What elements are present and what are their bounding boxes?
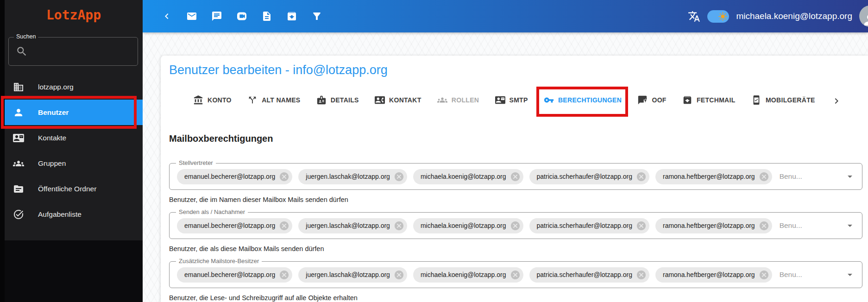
chip-label: emanuel.becherer@lotzapp.org	[184, 173, 275, 180]
sidebar-item-oeffentliche-ordner[interactable]: Öffentliche Ordner	[0, 176, 143, 201]
permission-fields: Stellvertreteremanuel.becherer@lotzapp.o…	[169, 163, 862, 302]
search-label: Suchen	[14, 33, 38, 40]
chevron-right-icon	[831, 95, 842, 107]
tab-smtp[interactable]: SMTP	[495, 86, 528, 116]
chip-remove-icon[interactable]	[279, 220, 289, 231]
recipient-chip[interactable]: emanuel.becherer@lotzapp.org	[177, 169, 292, 184]
tabs-overflow-button[interactable]	[831, 86, 842, 116]
chip-remove-icon[interactable]	[636, 270, 647, 280]
sidebar-item-lotzapp-org[interactable]: lotzapp.org	[0, 74, 143, 100]
tab-alt-names[interactable]: ALT NAMES	[247, 86, 300, 116]
search-field[interactable]: Suchen	[8, 37, 138, 66]
document-icon	[261, 11, 272, 22]
field-helper-text: Benutzer, die im Namen dieser Mailbox Ma…	[169, 196, 862, 203]
tab-oof[interactable]: OOF	[637, 86, 666, 116]
recipient-chip[interactable]: emanuel.becherer@lotzapp.org	[177, 218, 292, 233]
video-call-button[interactable]	[236, 11, 247, 22]
contact-mail-icon	[495, 95, 505, 105]
dropdown-caret-icon[interactable]	[844, 220, 855, 231]
chevron-left-icon	[161, 11, 172, 22]
chip-remove-icon[interactable]	[510, 171, 521, 182]
recipient-chip[interactable]: patricia.scherhaufer@lotzapp.org	[529, 218, 649, 233]
app-root: { "colors": { "accent_blue": "#2196f3", …	[0, 0, 868, 302]
recipient-chip[interactable]: michaela.koenig@lotzapp.org	[413, 169, 523, 184]
sidebar-item-label: Öffentliche Ordner	[38, 185, 96, 193]
tab-berechtigungen[interactable]: BERECHTIGUNGEN	[544, 86, 622, 116]
archive-button[interactable]	[286, 11, 297, 22]
user-avatar[interactable]	[859, 6, 868, 27]
chip-remove-icon[interactable]	[636, 220, 647, 231]
tab-details[interactable]: DETAILS	[316, 86, 359, 116]
quickreply-icon	[637, 95, 648, 105]
chip-input-box[interactable]: Zusätzliche Mailstore-Besitzeremanuel.be…	[169, 261, 862, 288]
filter-button[interactable]	[311, 11, 322, 22]
sidebar-item-gruppen[interactable]: Gruppen	[0, 151, 143, 176]
recipient-chip[interactable]: juergen.laschak@lotzapp.org	[298, 218, 407, 233]
chip-input-box[interactable]: Stellvertreteremanuel.becherer@lotzapp.o…	[169, 163, 862, 190]
call-split-icon	[247, 95, 258, 105]
chip-remove-icon[interactable]	[510, 220, 521, 231]
recipient-chip[interactable]: ramona.heftberger@lotzapp.org	[655, 267, 772, 283]
recipient-chip[interactable]: michaela.koenig@lotzapp.org	[413, 218, 523, 233]
chip-label: michaela.koenig@lotzapp.org	[421, 222, 506, 229]
translate-button[interactable]	[688, 10, 700, 23]
tab-konto[interactable]: KONTO	[193, 86, 232, 116]
chip-input-placeholder[interactable]: Benu...	[780, 221, 802, 230]
groups-icon	[13, 158, 24, 169]
chip-input-placeholder[interactable]: Benu...	[780, 271, 802, 279]
chip-remove-icon[interactable]	[394, 270, 404, 280]
recipient-chip[interactable]: juergen.laschak@lotzapp.org	[298, 267, 407, 283]
chip-label: emanuel.becherer@lotzapp.org	[184, 222, 275, 229]
chip-remove-icon[interactable]	[759, 270, 769, 280]
recipient-chip[interactable]: patricia.scherhaufer@lotzapp.org	[529, 267, 649, 283]
chip-remove-icon[interactable]	[759, 220, 769, 231]
chip-remove-icon[interactable]	[510, 270, 521, 280]
recipient-chip[interactable]: emanuel.becherer@lotzapp.org	[177, 267, 292, 283]
field-label: Zusätzliche Mailstore-Besitzer	[176, 258, 262, 264]
chip-remove-icon[interactable]	[636, 171, 647, 182]
chip-remove-icon[interactable]	[759, 171, 769, 182]
back-button[interactable]	[161, 11, 172, 22]
recipient-chip[interactable]: patricia.scherhaufer@lotzapp.org	[529, 169, 649, 184]
notes-button[interactable]	[261, 11, 272, 22]
bank-icon	[193, 95, 203, 105]
contact-mail-icon	[13, 132, 24, 144]
chip-label: ramona.heftberger@lotzapp.org	[663, 271, 755, 278]
sidebar-item-benutzer[interactable]: Benutzer	[0, 100, 143, 125]
badge-icon	[316, 95, 327, 105]
chip-remove-icon[interactable]	[279, 171, 289, 182]
dropdown-caret-icon[interactable]	[844, 171, 855, 182]
chip-input-placeholder[interactable]: Benu...	[780, 172, 802, 181]
recipient-chip[interactable]: juergen.laschak@lotzapp.org	[298, 169, 407, 184]
recipient-chip[interactable]: ramona.heftberger@lotzapp.org	[655, 218, 772, 233]
field-helper-text: Benutzer, die Lese- und Schreibzugriff a…	[169, 294, 862, 302]
tab-fetchmail[interactable]: FETCHMAIL	[682, 86, 736, 116]
phone-check-icon	[751, 95, 761, 105]
task-icon	[13, 209, 24, 220]
dropdown-caret-icon[interactable]	[844, 269, 855, 280]
tab-kontakt[interactable]: KONTAKT	[375, 86, 421, 116]
recipient-chip[interactable]: michaela.koenig@lotzapp.org	[413, 267, 523, 283]
chat-button[interactable]	[211, 11, 222, 22]
sidebar-item-kontakte[interactable]: Kontakte	[0, 125, 143, 151]
chip-input-box[interactable]: Senden als / Nachahmeremanuel.becherer@l…	[169, 212, 862, 239]
chip-remove-icon[interactable]	[394, 220, 404, 231]
theme-toggle[interactable]	[707, 10, 729, 23]
chip-remove-icon[interactable]	[279, 270, 289, 280]
sidebar-item-aufgabenliste[interactable]: Aufgabenliste	[0, 201, 143, 227]
recipient-chip[interactable]: ramona.heftberger@lotzapp.org	[655, 169, 772, 184]
translate-icon	[688, 10, 700, 23]
tab-label: KONTAKT	[389, 96, 421, 104]
archive-icon	[286, 11, 297, 22]
mail-icon	[186, 11, 197, 22]
contact-phone-icon	[375, 95, 385, 105]
search-input[interactable]	[33, 43, 133, 60]
search-icon	[16, 45, 28, 57]
field-helper-text: Benutzer, die als diese Mailbox Mails se…	[169, 245, 862, 252]
tab-mobilgeraete[interactable]: MOBILGERÄTE	[751, 86, 815, 116]
mail-button[interactable]	[186, 11, 197, 22]
chip-remove-icon[interactable]	[394, 171, 404, 182]
chip-label: michaela.koenig@lotzapp.org	[421, 173, 506, 180]
chip-list: emanuel.becherer@lotzapp.orgjuergen.lasc…	[177, 218, 844, 233]
filter-icon	[311, 11, 322, 22]
